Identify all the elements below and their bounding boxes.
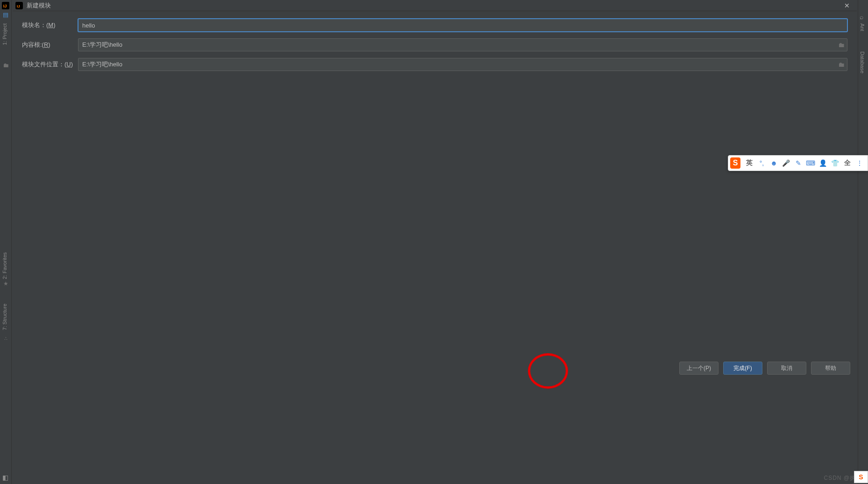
row-module-name: 模块名：(M): [22, 19, 847, 32]
sogou-logo-icon[interactable]: S: [730, 157, 740, 169]
ime-voice-icon[interactable]: 🎤: [781, 159, 791, 167]
folder-icon[interactable]: 🖿: [2, 62, 9, 69]
ime-punct-icon[interactable]: °,: [756, 159, 767, 167]
left-tool-rail: IJ ▤ 1: Project 🖿 2: Favorites ★ 7: Stru…: [0, 0, 12, 484]
dialog-form: 模块名：(M) 内容根:(R) 🖿 模块文件位置：(U) 🖿: [13, 11, 857, 71]
finish-button[interactable]: 完成(F): [723, 362, 762, 375]
close-icon[interactable]: ✕: [840, 2, 854, 9]
ime-user-icon[interactable]: 👤: [818, 159, 828, 167]
ime-shirt-icon[interactable]: 👕: [830, 159, 840, 167]
browse-icon[interactable]: 🖿: [838, 41, 845, 49]
cancel-button[interactable]: 取消: [767, 362, 806, 375]
ime-keyboard-icon[interactable]: ⌨: [805, 159, 816, 167]
intellij-icon: IJ: [2, 2, 9, 9]
help-button[interactable]: 帮助: [811, 362, 850, 375]
project-view-icon[interactable]: ▤: [2, 11, 9, 19]
row-module-file-loc: 模块文件位置：(U) 🖿: [22, 58, 847, 71]
new-module-dialog: IJ 新建模块 ✕ 模块名：(M) 内容根:(R) 🖿 模块文件位置：(U) 🖿: [13, 0, 857, 374]
ime-lang-toggle[interactable]: 英: [744, 159, 754, 167]
tool-project[interactable]: 1: Project: [2, 23, 7, 45]
svg-text:IJ: IJ: [3, 4, 7, 8]
label-module-file-loc: 模块文件位置：(U): [22, 60, 78, 69]
previous-button[interactable]: 上一个(P): [679, 362, 719, 375]
tool-database[interactable]: Database: [860, 51, 865, 73]
tool-structure[interactable]: 7: Structure: [2, 304, 7, 330]
ime-more-icon[interactable]: ⋮: [854, 159, 865, 167]
tool-favorites[interactable]: 2: Favorites: [2, 252, 7, 279]
content-root-input[interactable]: [78, 38, 847, 51]
tool-ant[interactable]: Ant: [860, 23, 865, 31]
bottom-tool-icon[interactable]: ◧: [2, 474, 8, 481]
structure-icon: ⛬: [2, 335, 9, 343]
sogou-tray-thumb[interactable]: S: [854, 471, 868, 483]
search-icon[interactable]: ⌕: [860, 13, 863, 21]
sogou-s-icon: S: [859, 473, 863, 481]
right-tool-rail: ⌕ Ant Database: [858, 0, 868, 484]
ime-emoji-icon[interactable]: ☻: [769, 159, 779, 167]
label-content-root: 内容根:(R): [22, 41, 78, 49]
sogou-ime-toolbar[interactable]: S 英 °, ☻ 🎤 ✎ ⌨ 👤 👕 全 ⋮: [728, 155, 868, 171]
module-file-loc-input[interactable]: [78, 58, 847, 71]
label-module-name: 模块名：(M): [22, 21, 78, 29]
row-content-root: 内容根:(R) 🖿: [22, 38, 847, 51]
intellij-icon: IJ: [15, 2, 23, 9]
ime-pencil-icon[interactable]: ✎: [793, 159, 804, 167]
module-name-input[interactable]: [78, 19, 847, 32]
dialog-titlebar: IJ 新建模块 ✕: [13, 0, 857, 11]
dialog-title: 新建模块: [27, 1, 51, 10]
ime-fullwidth-toggle[interactable]: 全: [842, 159, 853, 167]
svg-text:IJ: IJ: [17, 4, 20, 8]
dialog-button-bar: 上一个(P) 完成(F) 取消 帮助: [13, 359, 857, 377]
browse-icon[interactable]: 🖿: [838, 61, 845, 68]
star-icon: ★: [2, 280, 9, 288]
